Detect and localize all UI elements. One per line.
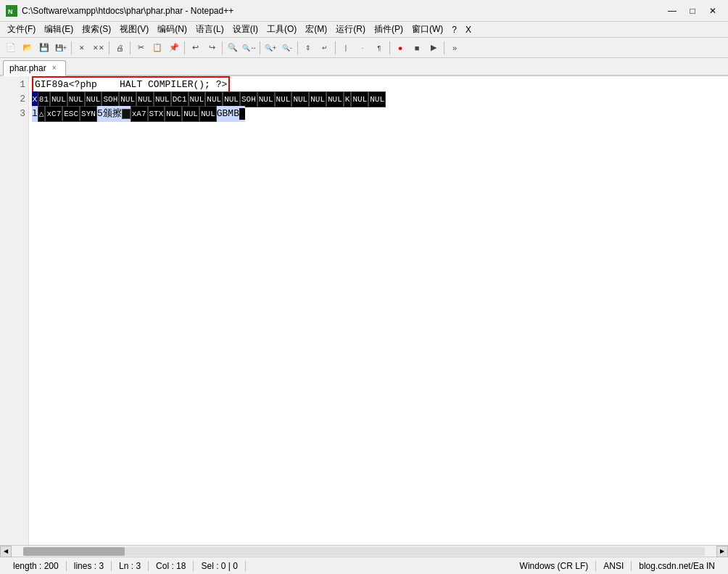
window-controls: — □ ✕ bbox=[663, 4, 722, 18]
status-ln: Ln : 3 bbox=[112, 561, 149, 571]
find-button[interactable]: 🔍 bbox=[225, 40, 241, 56]
cut-button[interactable]: ✂ bbox=[133, 40, 149, 56]
undo-button[interactable]: ↩ bbox=[187, 40, 203, 56]
macro-play-button[interactable]: ▶ bbox=[426, 40, 442, 56]
menu-tools[interactable]: 工具(O) bbox=[262, 22, 301, 37]
tab-label: phar.phar bbox=[9, 63, 46, 73]
sep5 bbox=[222, 41, 223, 54]
menu-x[interactable]: X bbox=[461, 23, 476, 36]
title-bar: N C:\Software\xampp\htdocs\phar\phar.pha… bbox=[0, 0, 728, 22]
word-wrap-button[interactable]: ↵ bbox=[317, 40, 333, 56]
eol-button[interactable]: ¶ bbox=[371, 40, 387, 56]
status-encoding: ANSI bbox=[596, 561, 632, 571]
line3-current: l △ xC7 ESC SYN 5 颁擦 xA7 STX NUL NUL NUL… bbox=[32, 106, 245, 122]
horizontal-scrollbar[interactable]: ◀ ▶ bbox=[0, 545, 728, 557]
line-num-3: 3 bbox=[3, 107, 25, 121]
toolbar: 📄 📂 💾 💾+ ✕ ✕✕ 🖨 ✂ 📋 📌 ↩ ↪ 🔍 🔍↔ 🔍+ 🔍- ⇕ ↵… bbox=[0, 38, 728, 58]
sep6 bbox=[260, 41, 260, 54]
more-button[interactable]: » bbox=[447, 40, 463, 56]
code-line-1: GIF89a<?php HALT COMPILER(); ?> bbox=[32, 78, 728, 92]
line2-selected: x81 NULNULNUL SOH NULNULNUL DC1 NULNULNU… bbox=[32, 91, 386, 107]
sep2 bbox=[109, 41, 109, 54]
print-button[interactable]: 🖨 bbox=[112, 40, 128, 56]
sep7 bbox=[297, 41, 298, 54]
macro-stop-button[interactable]: ■ bbox=[409, 40, 425, 56]
menu-settings[interactable]: 设置(I) bbox=[228, 22, 262, 37]
menu-macro[interactable]: 宏(M) bbox=[301, 22, 331, 37]
sep9 bbox=[389, 41, 390, 54]
save-all-button[interactable]: 💾+ bbox=[53, 40, 69, 56]
new-button[interactable]: 📄 bbox=[3, 40, 19, 56]
tab-bar: phar.phar × bbox=[0, 58, 728, 76]
line-num-2: 2 bbox=[3, 92, 25, 107]
code-area[interactable]: GIF89a<?php HALT COMPILER(); ?> x81 NULN… bbox=[29, 76, 728, 545]
svg-text:N: N bbox=[8, 8, 13, 15]
sync-scroll-button[interactable]: ⇕ bbox=[300, 40, 316, 56]
code-line-2: x81 NULNULNUL SOH NULNULNUL DC1 NULNULNU… bbox=[32, 92, 728, 107]
menu-view[interactable]: 视图(V) bbox=[115, 22, 153, 37]
macro-rec-button[interactable]: ● bbox=[392, 40, 408, 56]
paste-button[interactable]: 📌 bbox=[166, 40, 182, 56]
whitespace-button[interactable]: · bbox=[355, 40, 371, 56]
save-button[interactable]: 💾 bbox=[36, 40, 52, 56]
status-col: Col : 18 bbox=[149, 561, 194, 571]
minimize-button[interactable]: — bbox=[663, 4, 682, 18]
redo-button[interactable]: ↪ bbox=[204, 40, 220, 56]
scroll-track[interactable] bbox=[23, 547, 705, 556]
menu-file[interactable]: 文件(F) bbox=[3, 22, 40, 37]
find-replace-button[interactable]: 🔍↔ bbox=[241, 40, 257, 56]
maximize-button[interactable]: □ bbox=[683, 4, 702, 18]
code-line-3: l △ xC7 ESC SYN 5 颁擦 xA7 STX NUL NUL NUL… bbox=[32, 107, 728, 121]
sep1 bbox=[71, 41, 72, 54]
indent-guide-button[interactable]: | bbox=[338, 40, 354, 56]
menu-window[interactable]: 窗口(W) bbox=[408, 22, 447, 37]
status-lines: lines : 3 bbox=[67, 561, 112, 571]
editor-container: 1 2 3 GIF89a<?php HALT COMPILER(); ?> x8… bbox=[0, 76, 728, 545]
menu-encode[interactable]: 编码(N) bbox=[153, 22, 191, 37]
sep3 bbox=[130, 41, 131, 54]
text-cursor bbox=[239, 108, 245, 120]
scroll-right-button[interactable]: ▶ bbox=[716, 546, 728, 557]
line-num-1: 1 bbox=[3, 78, 25, 92]
menu-edit[interactable]: 编辑(E) bbox=[40, 22, 78, 37]
close-all-button[interactable]: ✕✕ bbox=[91, 40, 107, 56]
menu-search[interactable]: 搜索(S) bbox=[78, 22, 115, 37]
close-file-button[interactable]: ✕ bbox=[74, 40, 90, 56]
app-icon: N bbox=[6, 5, 17, 17]
zoom-out-button[interactable]: 🔍- bbox=[279, 40, 295, 56]
menu-bar: 文件(F) 编辑(E) 搜索(S) 视图(V) 编码(N) 语言(L) 设置(I… bbox=[0, 22, 728, 38]
menu-help[interactable]: ? bbox=[447, 23, 461, 36]
status-length: length : 200 bbox=[6, 561, 67, 571]
copy-button[interactable]: 📋 bbox=[149, 40, 165, 56]
menu-lang[interactable]: 语言(L) bbox=[191, 22, 228, 37]
status-right-group: Windows (CR LF) ANSI blog.csdn.net/Ea IN bbox=[513, 561, 722, 571]
close-button[interactable]: ✕ bbox=[703, 4, 722, 18]
status-extra: blog.csdn.net/Ea IN bbox=[632, 561, 722, 571]
status-sel: Sel : 0 | 0 bbox=[194, 561, 245, 571]
line-numbers: 1 2 3 bbox=[0, 76, 29, 545]
active-tab[interactable]: phar.phar × bbox=[3, 60, 66, 76]
tab-close-button[interactable]: × bbox=[49, 63, 59, 73]
window-title: C:\Software\xampp\htdocs\phar\phar.phar … bbox=[22, 6, 663, 16]
scroll-left-button[interactable]: ◀ bbox=[0, 546, 12, 557]
sep10 bbox=[444, 41, 444, 54]
scroll-thumb[interactable] bbox=[23, 547, 125, 556]
open-button[interactable]: 📂 bbox=[20, 40, 36, 56]
menu-run[interactable]: 运行(R) bbox=[331, 22, 370, 37]
sep4 bbox=[184, 41, 185, 54]
status-eol: Windows (CR LF) bbox=[513, 561, 597, 571]
editor-main: 1 2 3 GIF89a<?php HALT COMPILER(); ?> x8… bbox=[0, 76, 728, 545]
menu-plugins[interactable]: 插件(P) bbox=[370, 22, 408, 37]
status-bar: length : 200 lines : 3 Ln : 3 Col : 18 S… bbox=[0, 557, 728, 574]
sep8 bbox=[335, 41, 336, 54]
zoom-in-button[interactable]: 🔍+ bbox=[262, 40, 278, 56]
